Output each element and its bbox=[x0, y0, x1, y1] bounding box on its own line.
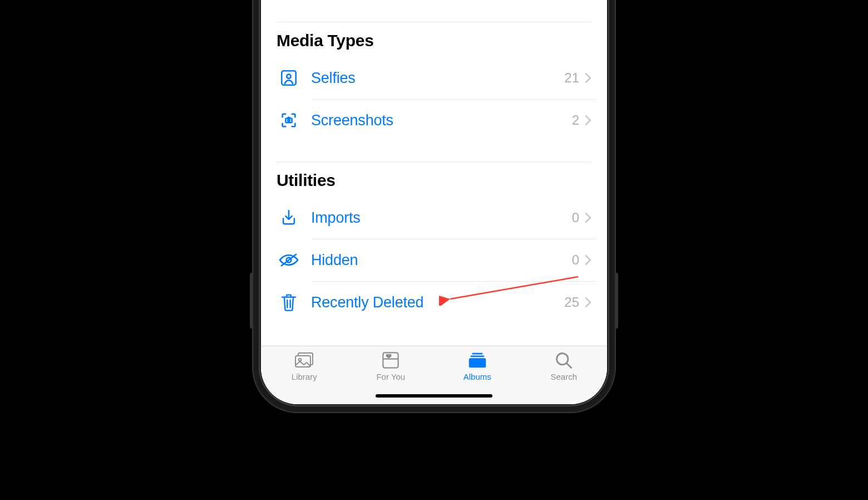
svg-point-9 bbox=[298, 359, 301, 361]
tab-for-you[interactable]: For You bbox=[357, 351, 424, 381]
row-screenshots[interactable]: Screenshots 2 bbox=[261, 99, 607, 141]
search-icon bbox=[553, 351, 575, 370]
chevron-right-icon bbox=[585, 73, 591, 83]
svg-point-3 bbox=[288, 119, 290, 121]
section-gap bbox=[261, 141, 607, 161]
svg-rect-13 bbox=[470, 355, 484, 357]
row-label: Selfies bbox=[311, 70, 564, 87]
tab-search[interactable]: Search bbox=[530, 351, 597, 381]
svg-rect-14 bbox=[469, 358, 486, 367]
svg-rect-12 bbox=[472, 353, 482, 355]
tab-label: Library bbox=[292, 372, 317, 381]
selfies-icon bbox=[277, 66, 301, 90]
phone-frame: Media Types Selfies 21 bbox=[253, 0, 615, 412]
row-count: 0 bbox=[572, 210, 579, 226]
library-icon bbox=[293, 351, 315, 370]
side-button-left bbox=[250, 273, 253, 329]
trash-icon bbox=[277, 290, 301, 315]
row-imports[interactable]: Imports 0 bbox=[261, 197, 607, 239]
chevron-right-icon bbox=[585, 297, 591, 307]
tab-albums[interactable]: Albums bbox=[444, 351, 511, 381]
tab-library[interactable]: Library bbox=[271, 351, 338, 381]
section-header-utilities: Utilities bbox=[261, 162, 607, 197]
row-count: 0 bbox=[572, 252, 579, 268]
row-count: 21 bbox=[564, 70, 579, 86]
row-recently-deleted[interactable]: Recently Deleted 25 bbox=[261, 281, 607, 323]
section-header-media-types: Media Types bbox=[261, 22, 607, 57]
row-label: Screenshots bbox=[311, 112, 572, 129]
row-count: 25 bbox=[564, 295, 579, 310]
row-hidden[interactable]: Hidden 0 bbox=[261, 239, 607, 281]
albums-icon bbox=[466, 351, 489, 370]
svg-rect-8 bbox=[295, 356, 310, 367]
hidden-icon bbox=[277, 248, 301, 272]
svg-line-16 bbox=[567, 364, 571, 368]
tab-label: Search bbox=[550, 372, 577, 381]
screen: Media Types Selfies 21 bbox=[261, 0, 607, 404]
tab-label: For You bbox=[376, 372, 405, 381]
row-count: 2 bbox=[572, 112, 579, 128]
screenshots-icon bbox=[277, 108, 301, 133]
row-label: Recently Deleted bbox=[311, 294, 564, 311]
for-you-icon bbox=[379, 351, 402, 370]
albums-content: Media Types Selfies 21 bbox=[261, 0, 607, 346]
row-selfies[interactable]: Selfies 21 bbox=[261, 57, 607, 99]
imports-icon bbox=[277, 205, 301, 230]
home-indicator[interactable] bbox=[376, 394, 492, 398]
row-label: Hidden bbox=[311, 252, 572, 269]
row-label: Imports bbox=[311, 209, 572, 227]
svg-point-1 bbox=[287, 74, 290, 78]
chevron-right-icon bbox=[585, 255, 591, 265]
tab-label: Albums bbox=[463, 372, 491, 381]
chevron-right-icon bbox=[585, 115, 591, 125]
side-button-right bbox=[615, 273, 618, 329]
chevron-right-icon bbox=[585, 213, 591, 223]
